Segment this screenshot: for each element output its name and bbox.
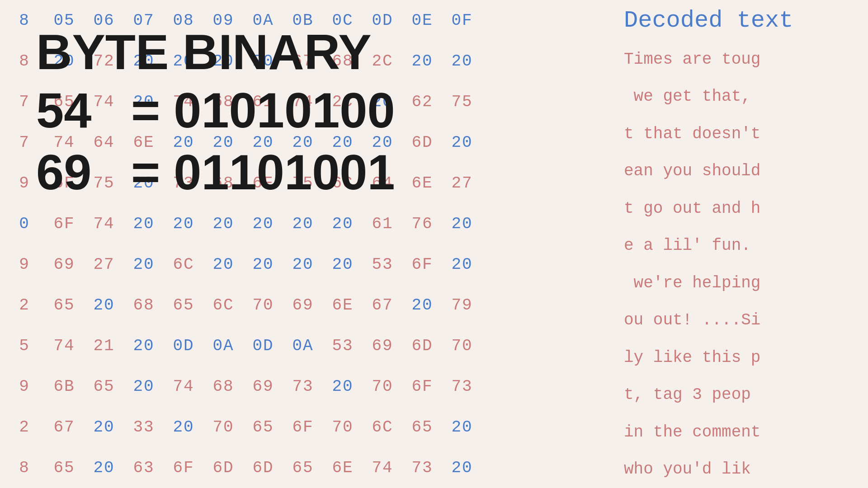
overlay-content: BYTE BINARY 54 = 01010100 69 = 01101001 <box>36 27 395 201</box>
eq2-equals: = <box>131 143 160 201</box>
eq1-binary: 01010100 <box>174 81 395 139</box>
hex-col-0e: 0E <box>402 11 442 30</box>
decoded-line-7: we're helping <box>624 264 859 302</box>
decoded-line-8: ou out! ....Si <box>624 302 859 339</box>
eq1-byte: 54 <box>36 81 118 139</box>
decoded-line-9: ly like this p <box>624 339 859 376</box>
decoded-line-5: t go out and h <box>624 190 859 227</box>
decoded-line-10: t, tag 3 peop <box>624 376 859 414</box>
decoded-header: Decoded text <box>624 0 859 41</box>
decoded-column: Decoded text Times are toug we get that,… <box>615 0 868 488</box>
equation-row-1: 54 = 01010100 <box>36 81 395 139</box>
decoded-line-1: Times are toug <box>624 41 859 78</box>
decoded-line-12: who you'd lik <box>624 451 859 488</box>
decoded-line-11: in the comment <box>624 413 859 451</box>
decoded-line-3: t that doesn't <box>624 115 859 153</box>
eq1-equals: = <box>131 81 160 139</box>
hex-col-0f: 0F <box>442 11 482 30</box>
eq2-binary: 01101001 <box>174 143 395 201</box>
overlay-title: BYTE BINARY <box>36 27 395 77</box>
eq2-byte: 69 <box>36 143 118 201</box>
equation-row-2: 69 = 01101001 <box>36 143 395 201</box>
decoded-line-4: ean you should <box>624 153 859 190</box>
decoded-line-2: we get that, <box>624 78 859 116</box>
decoded-line-6: e a lil' fun. <box>624 227 859 265</box>
